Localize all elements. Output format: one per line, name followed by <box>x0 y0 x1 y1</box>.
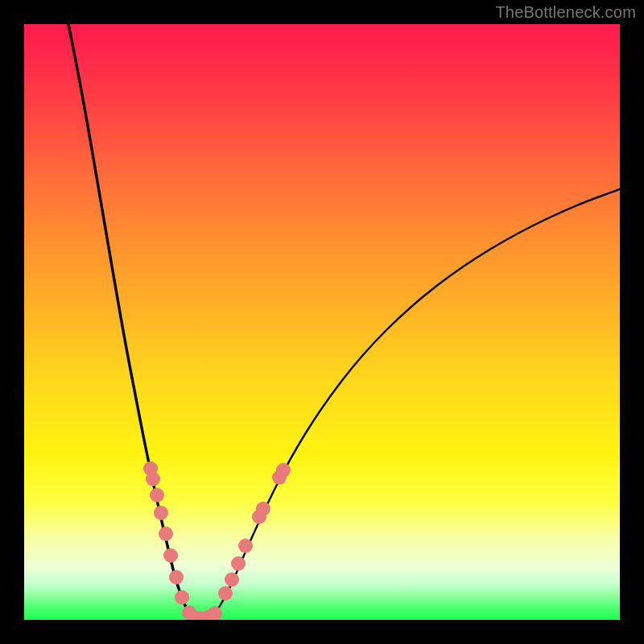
marker-group <box>143 461 291 620</box>
watermark-label: TheBottleneck.com <box>495 3 636 22</box>
chart-frame: TheBottleneck.com <box>0 0 644 644</box>
marker-dot <box>163 548 178 563</box>
marker-dot <box>256 502 270 516</box>
marker-dot <box>225 572 239 587</box>
marker-dot <box>208 606 222 620</box>
marker-dot <box>231 556 246 571</box>
bottleneck-curve-svg <box>24 24 620 620</box>
marker-dot <box>154 506 168 520</box>
marker-dot <box>175 590 189 605</box>
marker-dot <box>150 488 164 502</box>
marker-dot <box>159 526 173 541</box>
marker-dot <box>276 463 291 477</box>
marker-dot <box>146 472 160 486</box>
plot-area <box>24 24 620 620</box>
curve-group <box>68 24 620 618</box>
curve-left-branch <box>68 24 189 614</box>
curve-right-branch <box>213 189 620 616</box>
marker-dot <box>169 570 184 584</box>
marker-dot <box>218 586 233 601</box>
marker-dot <box>238 539 253 553</box>
